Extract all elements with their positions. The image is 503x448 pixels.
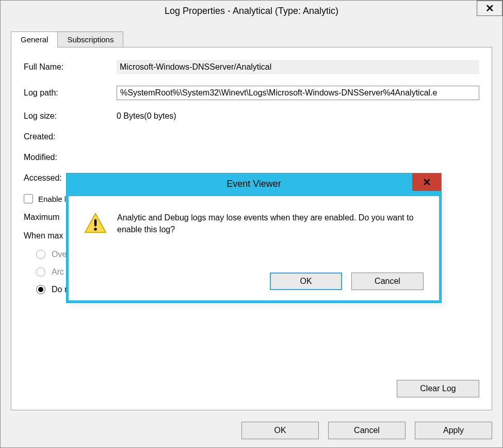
log-size-value: 0 Bytes(0 bytes)	[117, 111, 176, 121]
main-title: Log Properties - Analytical (Type: Analy…	[165, 6, 338, 17]
created-label: Created:	[24, 132, 117, 141]
full-name-value: Microsoft-Windows-DNSServer/Analytical	[117, 60, 479, 74]
enable-logging-label: Enable l	[38, 195, 66, 203]
tab-strip: General Subscriptions	[11, 31, 492, 47]
radio-icon	[36, 285, 45, 294]
modal-close-button[interactable]: ✕	[412, 173, 441, 191]
main-titlebar[interactable]: Log Properties - Analytical (Type: Analy…	[1, 1, 502, 21]
radio-archive-label: Arc	[52, 267, 64, 277]
full-name-label: Full Name:	[24, 62, 117, 72]
radio-icon	[36, 267, 45, 277]
enable-logging-checkbox[interactable]	[24, 194, 33, 203]
svg-rect-1	[94, 219, 97, 227]
close-icon: ✕	[423, 176, 431, 188]
svg-point-2	[94, 228, 97, 231]
modal-cancel-button[interactable]: Cancel	[351, 273, 424, 290]
event-viewer-dialog: Event Viewer ✕ Analytic and Debug logs m…	[66, 173, 442, 303]
main-close-button[interactable]: ✕	[477, 1, 502, 16]
tab-subscriptions[interactable]: Subscriptions	[57, 31, 123, 47]
log-path-label: Log path:	[24, 88, 117, 98]
ok-button[interactable]: OK	[241, 422, 319, 439]
radio-icon	[36, 250, 45, 259]
dialog-buttons: OK Cancel Apply	[241, 422, 492, 439]
warning-icon	[84, 212, 107, 234]
modal-title: Event Viewer	[226, 179, 281, 189]
cancel-button[interactable]: Cancel	[328, 422, 405, 439]
radio-overwrite-label: Ove	[52, 250, 67, 259]
clear-log-button[interactable]: Clear Log	[397, 380, 479, 397]
modal-message: Analytic and Debug logs may lose events …	[117, 212, 424, 235]
close-icon: ✕	[485, 2, 494, 14]
modal-buttons: OK Cancel	[270, 273, 424, 290]
log-path-input[interactable]	[117, 86, 479, 100]
apply-button[interactable]: Apply	[415, 422, 492, 439]
modal-ok-button[interactable]: OK	[270, 273, 342, 290]
log-size-label: Log size:	[24, 111, 117, 121]
tab-general[interactable]: General	[11, 31, 58, 47]
modified-label: Modified:	[24, 153, 117, 162]
modal-titlebar[interactable]: Event Viewer ✕	[67, 173, 441, 194]
